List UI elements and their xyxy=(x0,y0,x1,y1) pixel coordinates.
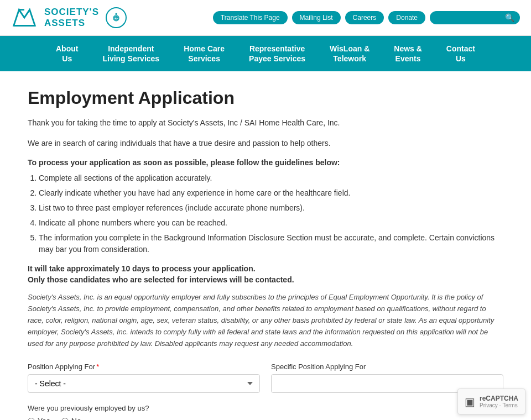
eeo-text: Society's Assets, Inc. is an equal oppor… xyxy=(28,292,503,349)
intro-text-1: Thank you for taking the time to apply a… xyxy=(28,117,503,129)
guideline-1: Complete all sections of the application… xyxy=(39,172,503,184)
translate-button[interactable]: Translate This Page xyxy=(213,11,288,24)
logo-text: SOCIETY'S ASSETS xyxy=(44,7,99,29)
radio-yes[interactable]: Yes xyxy=(28,417,50,420)
previously-employed-group: Were you previously employed by us? Yes … xyxy=(28,404,503,420)
position-label: Position Applying For* xyxy=(28,363,260,371)
intro-text-2: We are in search of caring individuals t… xyxy=(28,138,503,149)
position-required-star: * xyxy=(96,363,99,371)
radio-no-input[interactable] xyxy=(61,418,69,420)
search-input[interactable] xyxy=(435,14,502,22)
logo-area: SOCIETY'S ASSETS xyxy=(11,4,127,31)
radio-no-label: No xyxy=(71,417,81,420)
radio-yes-label: Yes xyxy=(38,417,50,420)
mailing-list-button[interactable]: Mailing List xyxy=(292,11,341,24)
guideline-2: Clearly indicate whether you have had an… xyxy=(39,187,503,199)
contact-note: Only those candidates who are selected f… xyxy=(28,275,503,284)
svg-marker-0 xyxy=(14,10,35,26)
top-buttons: Translate This Page Mailing List Careers… xyxy=(213,11,520,24)
accessibility-icon[interactable] xyxy=(106,7,127,28)
radio-no[interactable]: No xyxy=(61,417,81,420)
svg-point-3 xyxy=(115,13,117,15)
page-title: Employment Application xyxy=(28,88,503,108)
guideline-4: Indicate all phone numbers where you can… xyxy=(39,217,503,229)
nav-news-events[interactable]: News &Events xyxy=(382,36,434,71)
nav-independent-living[interactable]: IndependentLiving Services xyxy=(90,36,171,71)
previously-employed-label: Were you previously employed by us? xyxy=(28,404,503,412)
guidelines-list: Complete all sections of the application… xyxy=(39,172,503,255)
recaptcha-widget: ▣ reCAPTCHA Privacy - Terms xyxy=(457,389,525,414)
radio-yes-input[interactable] xyxy=(28,418,35,420)
position-group: Position Applying For* - Select - Home H… xyxy=(28,363,260,393)
position-row: Position Applying For* - Select - Home H… xyxy=(28,363,503,393)
careers-button[interactable]: Careers xyxy=(345,11,384,24)
nav-home-care[interactable]: Home CareServices xyxy=(171,36,237,71)
main-nav: AboutUs IndependentLiving Services Home … xyxy=(0,36,531,71)
guideline-3: List two to three past employer referenc… xyxy=(39,202,503,214)
nav-contact[interactable]: ContactUs xyxy=(434,36,487,71)
guidelines-heading: To process your application as soon as p… xyxy=(28,158,503,167)
search-bar: 🔍 xyxy=(430,11,520,24)
processing-note: It will take approximately 10 days to pr… xyxy=(28,264,503,273)
guideline-5: The information you complete in the Back… xyxy=(39,232,503,255)
specific-position-label: Specific Position Applying For xyxy=(271,363,503,371)
recaptcha-text: reCAPTCHA Privacy - Terms xyxy=(480,395,518,408)
search-icon[interactable]: 🔍 xyxy=(505,13,514,22)
recaptcha-icon: ▣ xyxy=(465,395,475,408)
nav-representative-payee[interactable]: RepresentativePayee Services xyxy=(237,36,317,71)
logo-icon xyxy=(11,4,38,31)
radio-row: Yes No xyxy=(28,417,503,420)
main-content: Employment Application Thank you for tak… xyxy=(17,71,514,420)
donate-button[interactable]: Donate xyxy=(388,11,425,24)
position-select[interactable]: - Select - Home Health Aide Personal Car… xyxy=(28,374,260,393)
top-bar: SOCIETY'S ASSETS Translate This Page Mai… xyxy=(0,0,531,36)
nav-about[interactable]: AboutUs xyxy=(44,36,90,71)
nav-wisloan[interactable]: WisLoan &Telework xyxy=(317,36,382,71)
